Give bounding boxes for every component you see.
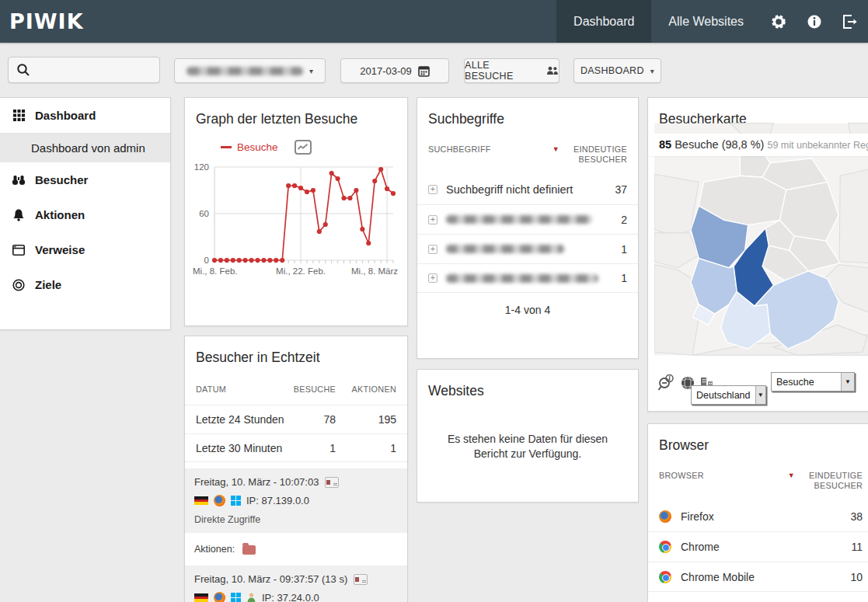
- column-aktionen[interactable]: AKTIONEN: [336, 385, 396, 394]
- column-suchbegriff[interactable]: SUCHBEGRIFF: [428, 144, 491, 154]
- chevron-down-icon: ▼: [841, 373, 854, 391]
- table-row[interactable]: + Suchbegriff nicht definiert 37: [417, 175, 638, 204]
- gear-icon[interactable]: [761, 0, 797, 43]
- sort-desc-icon: ▼: [553, 144, 559, 154]
- expand-icon[interactable]: +: [428, 215, 437, 224]
- row-value: 1: [621, 243, 627, 256]
- sidebar-item-label: Verweise: [35, 243, 85, 256]
- empty-state-message: Es stehen keine Daten für diesen Bericht…: [431, 432, 624, 461]
- visitor-map[interactable]: [654, 123, 868, 356]
- piwik-logo: PIWIK: [0, 9, 84, 33]
- date-picker-button[interactable]: 2017-03-09: [340, 58, 449, 83]
- visitor-profile-icon[interactable]: [354, 574, 368, 585]
- widget-suchbegriffe: Suchbegriffe SUCHBEGRIFF ▼ EINDEUTIGE BE…: [417, 97, 639, 359]
- row-label: Suchbegriff nicht definiert: [446, 183, 573, 196]
- chart-type-icon[interactable]: [295, 140, 312, 155]
- signout-icon[interactable]: [832, 0, 868, 43]
- table-row[interactable]: + 1: [417, 234, 638, 263]
- sidebar-item-label: Ziele: [35, 278, 61, 291]
- visit-actions-row: Aktionen:: [185, 533, 407, 565]
- table-row[interactable]: Chrome 11: [648, 531, 868, 562]
- row-besuche: 78: [284, 413, 336, 426]
- info-icon[interactable]: [797, 0, 832, 43]
- row-value: 2: [621, 214, 627, 226]
- sidebar-item-verweise[interactable]: Verweise: [0, 232, 170, 267]
- table-row[interactable]: Firefox 38: [648, 501, 868, 531]
- sidebar-item-dashboard-von-admin[interactable]: Dashboard von admin: [0, 134, 170, 162]
- widget-besucherkarte: Besucherkarte: [647, 97, 868, 412]
- date-value: 2017-03-09: [360, 65, 412, 77]
- row-value: 38: [850, 510, 863, 523]
- sort-desc-icon: ▼: [788, 471, 795, 480]
- visit-time: Freitag, 10. März - 10:07:03: [194, 476, 319, 488]
- legend-line-swatch: [221, 146, 232, 148]
- topnav-menu: Dashboard Alle Websites: [556, 0, 868, 43]
- row-aktionen: 1: [336, 442, 396, 454]
- widget-title: Websites: [417, 370, 638, 399]
- table-row[interactable]: Chrome Mobile 10: [648, 562, 868, 592]
- grid-icon: [12, 110, 26, 121]
- site-selector[interactable]: ▾: [174, 58, 326, 83]
- expand-icon[interactable]: +: [428, 273, 437, 283]
- column-eindeutige-besucher[interactable]: ▼ EINDEUTIGE BESUCHER: [788, 471, 863, 491]
- blurred-text: [446, 274, 598, 283]
- chrome-icon: [659, 571, 671, 583]
- gear-icon: [770, 13, 787, 30]
- folder-icon[interactable]: [242, 545, 256, 555]
- visit-ip: IP: 37.24.0.0: [262, 592, 319, 602]
- visit-ip: IP: 87.139.0.0: [246, 495, 309, 506]
- column-besuche[interactable]: BESUCHE: [284, 385, 336, 394]
- table-row[interactable]: + 2: [417, 204, 638, 234]
- expand-icon[interactable]: +: [428, 245, 437, 254]
- visits-line-chart[interactable]: 060120Mi., 8. Feb.Mi., 22. Feb.Mi., 8. M…: [190, 156, 407, 288]
- flag-de-icon: [194, 496, 208, 505]
- row-value: 10: [850, 571, 863, 583]
- sidebar-navigation: Dashboard Dashboard von admin Besucher A…: [0, 97, 171, 330]
- sidebar-item-dashboard[interactable]: Dashboard: [0, 98, 170, 133]
- firefox-icon: [214, 495, 225, 506]
- svg-text:0: 0: [204, 256, 209, 265]
- table-row[interactable]: + 1: [417, 263, 638, 293]
- legend-label: Besuche: [237, 141, 278, 153]
- region-select-value: Deutschland: [692, 390, 755, 401]
- widget-title: Browser: [648, 424, 868, 454]
- visitor-profile-icon[interactable]: [325, 477, 339, 488]
- binoculars-icon: [12, 175, 26, 186]
- column-browser[interactable]: BROWSER: [659, 471, 704, 480]
- tab-dashboard[interactable]: Dashboard: [556, 0, 651, 43]
- widget-title: Suchbegriffe: [417, 98, 638, 127]
- sidebar-item-besucher[interactable]: Besucher: [0, 162, 170, 197]
- pagination-label: 1-4 von 4: [417, 304, 638, 316]
- metric-select[interactable]: Besuche ▼: [771, 372, 855, 391]
- svg-text:120: 120: [194, 162, 209, 172]
- sidebar-item-label: Besucher: [35, 173, 88, 186]
- row-value: 37: [615, 183, 627, 196]
- row-label: Chrome Mobile: [681, 571, 755, 583]
- widget-title: Graph der letzten Besuche: [185, 98, 407, 127]
- sidebar-item-ziele[interactable]: Ziele: [0, 267, 170, 302]
- row-label: Letzte 24 Stunden: [196, 413, 284, 426]
- chrome-icon: [659, 541, 671, 553]
- chevron-down-icon: ▼: [755, 386, 766, 404]
- search-icon: [16, 63, 30, 77]
- table-body: + Suchbegriff nicht definiert 37 + 2 + 1…: [417, 175, 638, 293]
- dashboard-menu-button[interactable]: DASHBOARD ▾: [573, 58, 661, 83]
- expand-icon[interactable]: +: [428, 185, 437, 194]
- table-body: Letzte 24 Stunden 78 195 Letzte 30 Minut…: [185, 405, 407, 462]
- widget-graph-letzte-besuche: Graph der letzten Besuche Besuche 060120…: [184, 97, 408, 326]
- row-aktionen: 195: [336, 413, 396, 426]
- search-input[interactable]: [8, 57, 160, 83]
- segment-selector-button[interactable]: ALLE BESUCHE: [464, 58, 559, 83]
- column-eindeutige-besucher[interactable]: ▼ EINDEUTIGE BESUCHER: [553, 144, 627, 165]
- row-besuche: 1: [284, 442, 336, 454]
- column-datum[interactable]: DATUM: [196, 385, 284, 394]
- visit-log-entry: Freitag, 10. März - 10:07:03 IP: 87.139.…: [185, 468, 407, 533]
- zoom-info-icon[interactable]: [657, 374, 676, 391]
- table-body: Firefox 38 Chrome 11 Chrome Mobile 10: [648, 501, 868, 592]
- tab-alle-websites[interactable]: Alle Websites: [651, 0, 761, 43]
- region-select[interactable]: Deutschland ▼: [691, 385, 766, 405]
- map-stats: 85 Besuche (98,8 %) 59 mit unbekannter R…: [648, 134, 868, 156]
- dashboard-menu-label: DASHBOARD: [580, 65, 644, 76]
- sidebar-item-aktionen[interactable]: Aktionen: [0, 197, 170, 232]
- row-value: 1: [621, 272, 627, 284]
